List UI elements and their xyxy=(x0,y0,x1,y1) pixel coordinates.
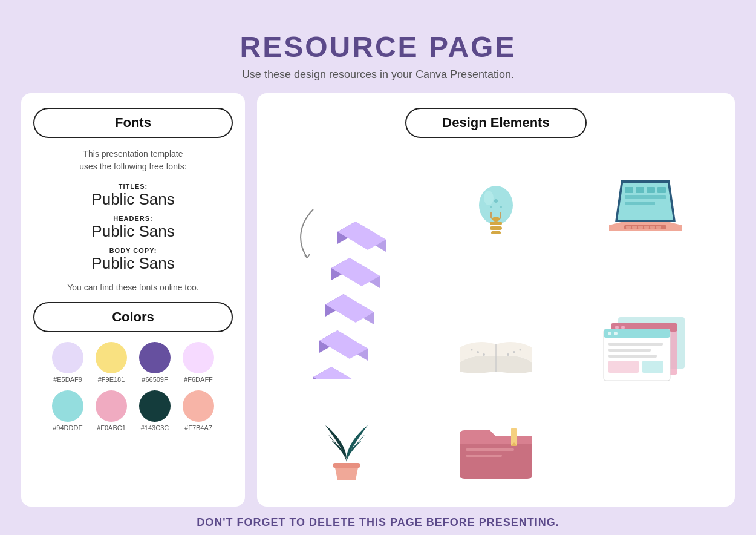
color-hex-f6daff: #F6DAFF xyxy=(184,376,213,383)
svg-rect-62 xyxy=(608,355,657,358)
svg-point-44 xyxy=(507,353,509,356)
color-swatch-f6daff: #F6DAFF xyxy=(183,342,214,383)
staircase-icon xyxy=(277,179,416,379)
swatch-yellow xyxy=(96,342,127,373)
svg-rect-60 xyxy=(608,343,663,346)
svg-point-42 xyxy=(471,349,472,351)
svg-rect-61 xyxy=(608,349,651,352)
swatch-light-purple xyxy=(183,342,214,373)
font-entry-headers: HEADERS: Public Sans xyxy=(91,215,174,241)
page-footer: DON'T FORGET TO DELETE THIS PAGE BEFORE … xyxy=(197,507,559,535)
svg-rect-29 xyxy=(657,187,666,193)
colors-header: Colors xyxy=(33,302,233,332)
color-swatch-f0abc1: #F0ABC1 xyxy=(96,390,127,432)
color-swatch-f9e181: #F9E181 xyxy=(96,342,127,383)
color-hex-f7b4a7: #F7B4A7 xyxy=(184,424,212,432)
fonts-note: You can find these fonts online too. xyxy=(33,283,233,292)
page-subtitle: Use these design resources in your Canva… xyxy=(240,68,516,81)
main-content: Fonts This presentation template uses th… xyxy=(21,93,735,507)
color-swatch-94ddde: #94DDDE xyxy=(52,390,83,432)
font-label-titles: TITLES: xyxy=(91,183,174,190)
design-elements-grid xyxy=(275,150,717,492)
svg-point-45 xyxy=(519,349,521,351)
page-title: RESOURCE PAGE xyxy=(240,30,516,64)
plant-icon xyxy=(313,413,380,492)
book-icon xyxy=(448,305,544,384)
svg-point-58 xyxy=(608,332,611,335)
color-hex-66509f: #66509F xyxy=(142,376,168,383)
svg-rect-46 xyxy=(333,463,360,468)
svg-rect-20 xyxy=(491,231,501,234)
font-entries: TITLES: Public Sans HEADERS: Public Sans… xyxy=(33,183,233,273)
folder-element xyxy=(425,413,568,492)
fonts-header: Fonts xyxy=(33,108,233,138)
color-hex-94ddde: #94DDDE xyxy=(53,424,83,432)
swatch-dark-teal xyxy=(139,390,171,422)
svg-rect-31 xyxy=(625,202,655,205)
swatch-pink xyxy=(96,390,127,422)
book-element xyxy=(425,282,568,408)
svg-point-41 xyxy=(483,353,485,356)
right-panel: Design Elements xyxy=(257,93,735,507)
swatch-lavender xyxy=(52,342,83,373)
svg-rect-64 xyxy=(642,361,663,373)
svg-rect-57 xyxy=(604,329,670,338)
font-name-titles: Public Sans xyxy=(91,190,174,209)
svg-rect-30 xyxy=(625,195,666,199)
svg-point-40 xyxy=(477,351,479,353)
svg-rect-35 xyxy=(632,226,637,229)
color-swatch-143c3c: #143C3C xyxy=(139,390,171,432)
svg-rect-47 xyxy=(466,448,514,451)
laptop-icon xyxy=(603,174,688,252)
svg-rect-34 xyxy=(626,226,631,229)
font-name-headers: Public Sans xyxy=(91,222,174,241)
svg-rect-48 xyxy=(466,455,502,457)
color-hex-e5daf9: #E5DAF9 xyxy=(53,376,82,383)
svg-rect-18 xyxy=(490,222,502,225)
svg-point-54 xyxy=(615,326,619,329)
svg-rect-37 xyxy=(644,226,649,229)
color-swatch-e5daf9: #E5DAF9 xyxy=(52,342,83,383)
svg-rect-36 xyxy=(638,226,643,229)
svg-rect-19 xyxy=(490,226,502,230)
svg-rect-63 xyxy=(608,361,639,373)
svg-point-23 xyxy=(500,206,502,208)
svg-point-22 xyxy=(490,206,492,208)
left-panel: Fonts This presentation template uses th… xyxy=(21,93,245,507)
colors-row-2: #94DDDE #F0ABC1 #143C3C #F7B4A7 xyxy=(52,390,214,432)
font-entry-titles: TITLES: Public Sans xyxy=(91,183,174,209)
colors-row-1: #E5DAF9 #F9E181 #66509F #F6DAFF xyxy=(52,342,214,383)
svg-point-21 xyxy=(494,199,498,203)
lightbulb-element xyxy=(425,150,568,276)
svg-rect-26 xyxy=(625,187,633,193)
svg-point-17 xyxy=(492,217,500,222)
design-elements-header: Design Elements xyxy=(405,108,587,138)
svg-point-59 xyxy=(614,332,618,335)
svg-rect-27 xyxy=(636,187,644,193)
fonts-description: This presentation template uses the foll… xyxy=(33,148,233,173)
svg-rect-28 xyxy=(647,187,655,193)
colors-grid: #E5DAF9 #F9E181 #66509F #F6DAFF xyxy=(33,342,233,432)
swatch-purple xyxy=(139,342,171,373)
color-swatch-f7b4a7: #F7B4A7 xyxy=(183,390,214,432)
svg-rect-38 xyxy=(650,226,655,229)
svg-rect-39 xyxy=(656,226,661,229)
color-hex-f9e181: #F9E181 xyxy=(98,376,125,383)
color-swatch-66509f: #66509F xyxy=(139,342,171,383)
color-hex-f0abc1: #F0ABC1 xyxy=(97,424,126,432)
folder-icon xyxy=(454,413,538,492)
svg-point-16 xyxy=(484,191,494,205)
font-name-body: Public Sans xyxy=(91,254,174,273)
page-header: RESOURCE PAGE Use these design resources… xyxy=(240,30,516,81)
browser-icon xyxy=(600,305,691,384)
staircase-element xyxy=(275,150,419,407)
swatch-teal xyxy=(52,390,83,422)
svg-point-55 xyxy=(621,326,625,329)
laptop-element xyxy=(573,150,717,276)
plant-element xyxy=(275,413,419,492)
color-hex-143c3c: #143C3C xyxy=(141,424,169,432)
svg-marker-14 xyxy=(313,367,362,379)
font-label-body: BODY COPY: xyxy=(91,247,174,254)
swatch-salmon xyxy=(183,390,214,422)
lightbulb-icon xyxy=(460,174,532,252)
